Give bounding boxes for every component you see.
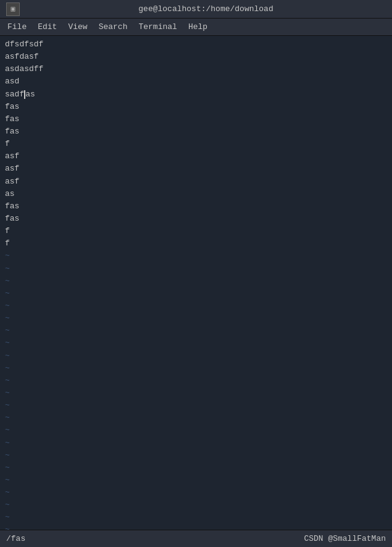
editor-line: ~ — [5, 412, 387, 424]
editor-line: asf — [5, 150, 387, 163]
editor-line: ~ — [5, 399, 387, 412]
editor-line: ~ — [5, 250, 387, 262]
editor-line: ~ — [5, 511, 387, 524]
editor-line: ~ — [5, 449, 387, 462]
menu-file[interactable]: File — [2, 21, 31, 33]
editor-line: sadfas — [5, 88, 387, 101]
text-cursor — [24, 90, 25, 99]
editor-line: ~ — [5, 312, 387, 324]
editor-line: ~ — [5, 524, 387, 530]
status-bar: /fas CSDN @SmallFatMan — [0, 530, 392, 547]
editor-line: as — [5, 188, 387, 200]
status-command: /fas — [6, 534, 25, 543]
editor-line: ~ — [5, 486, 387, 499]
editor-line: asfdasf — [5, 51, 387, 63]
editor-line: ~ — [5, 437, 387, 449]
editor-line: fas — [5, 101, 387, 113]
editor-line: ~ — [5, 324, 387, 337]
menu-help[interactable]: Help — [183, 21, 212, 33]
editor-line: ~ — [5, 362, 387, 375]
editor-line: fas — [5, 125, 387, 138]
editor-line: ~ — [5, 499, 387, 511]
editor-line: ~ — [5, 350, 387, 362]
title-bar: ▣ gee@localhost:/home/download — [0, 0, 392, 19]
editor-line: asf — [5, 163, 387, 175]
editor-line: f — [5, 225, 387, 237]
menu-terminal[interactable]: Terminal — [133, 21, 181, 33]
editor-line: f — [5, 237, 387, 250]
menu-edit[interactable]: Edit — [33, 21, 62, 33]
editor-line: fas — [5, 113, 387, 125]
editor-line: asf — [5, 176, 387, 188]
editor-line: dfsdfsdf — [5, 38, 387, 51]
editor-line: ~ — [5, 287, 387, 300]
editor-area[interactable]: dfsdfsdf asfdasf asdasdff asd sadfas fas… — [0, 36, 392, 530]
menu-view[interactable]: View — [63, 21, 92, 33]
editor-line: ~ — [5, 263, 387, 275]
menu-bar: File Edit View Search Terminal Help — [0, 19, 392, 36]
editor-line: fas — [5, 213, 387, 225]
editor-line: ~ — [5, 275, 387, 287]
editor-line: asd — [5, 75, 387, 88]
editor-line: ~ — [5, 375, 387, 387]
editor-line: ~ — [5, 300, 387, 312]
editor-line: ~ — [5, 424, 387, 436]
status-attribution: CSDN @SmallFatMan — [304, 534, 386, 543]
editor-line: ~ — [5, 462, 387, 474]
editor-line: f — [5, 138, 387, 150]
editor-line: fas — [5, 200, 387, 213]
editor-line: asdasdff — [5, 63, 387, 75]
menu-search[interactable]: Search — [94, 21, 133, 33]
editor-line: ~ — [5, 474, 387, 486]
editor-line: ~ — [5, 337, 387, 349]
editor-line: ~ — [5, 387, 387, 399]
terminal-icon: ▣ — [6, 2, 20, 16]
title-bar-title: gee@localhost:/home/download — [26, 4, 386, 14]
